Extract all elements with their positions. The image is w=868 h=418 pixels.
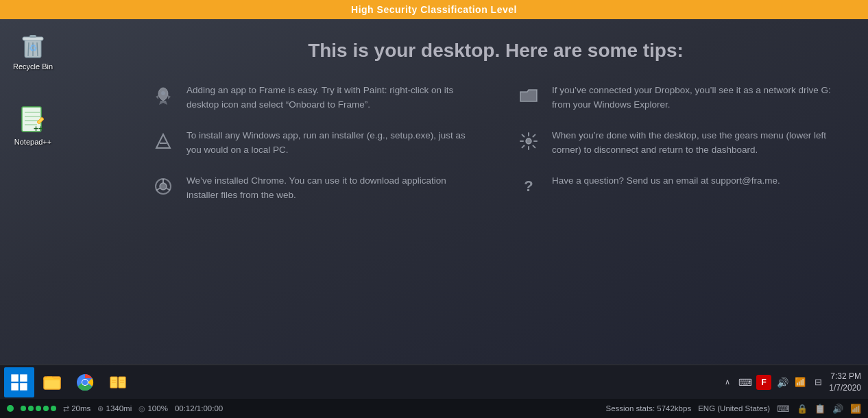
tip-item-6: ? Have a question? Send us an email at s… <box>516 174 841 203</box>
session-time: 00:12/1:00:00 <box>175 404 223 413</box>
tip-item-1: Adding an app to Frame is easy. Try it w… <box>151 84 475 112</box>
tray-network2[interactable]: ⊟ <box>811 376 825 389</box>
svg-line-22 <box>167 188 170 190</box>
tip-icon-adobe <box>151 129 176 153</box>
svg-rect-24 <box>11 374 18 382</box>
chrome-button[interactable] <box>70 367 100 397</box>
svg-line-21 <box>156 188 160 190</box>
tip-text-6: Have a question? Send us an email at sup… <box>552 174 780 188</box>
recycle-bin-icon[interactable]: ♻ Recycle Bin <box>5 26 60 74</box>
tip-item-2: If you’ve connected your Dropbox, you’ll… <box>516 84 841 112</box>
status-network-icon: 📶 <box>850 404 861 414</box>
status-lock-icon: 🔒 <box>797 404 808 414</box>
start-button[interactable] <box>4 367 34 397</box>
svg-point-19 <box>160 183 167 190</box>
taskbar: ∧ ⌨ F 🔊 📶 ⊟ 7:32 PM 1/7/2020 <box>0 365 868 399</box>
signal-dots <box>21 406 56 411</box>
tip-item-4: When you’re done with the desktop, use t… <box>516 129 841 158</box>
tray-network1[interactable]: 📶 <box>793 376 807 389</box>
tip-icon-folder <box>516 84 541 108</box>
tip-icon-chrome <box>151 174 176 199</box>
svg-rect-26 <box>11 383 18 391</box>
tip-icon-question: ? <box>516 174 541 199</box>
desktop: ♻ Recycle Bin ++ Notepad++ This is <box>0 19 868 365</box>
svg-text:?: ? <box>524 177 533 195</box>
clock-date: 1/7/2020 <box>829 382 861 394</box>
svg-text:++: ++ <box>34 124 43 134</box>
tips-title: This is your desktop. Here are some tips… <box>151 40 841 62</box>
status-keyboard-icon: ⌨ <box>777 404 790 414</box>
tip-icon-gear <box>516 129 541 153</box>
quality-stat: ◎ 100% <box>138 404 168 413</box>
notepad-plus-label: Notepad++ <box>14 137 51 147</box>
connection-indicator <box>7 405 14 412</box>
tip-item-3: To install any Windows app, run an insta… <box>151 129 475 158</box>
svg-point-17 <box>526 138 531 144</box>
tip-item-5: We’ve installed Chrome. You can use it t… <box>151 174 475 203</box>
status-bar: ⇄ 20ms ⊛ 1340mi ◎ 100% 00:12/1:00:00 Ses… <box>0 399 868 418</box>
tips-section: This is your desktop. Here are some tips… <box>151 40 841 358</box>
svg-marker-15 <box>156 134 170 148</box>
tip-text-1: Adding an app to Frame is easy. Try it w… <box>186 84 475 112</box>
session-stats: Session stats: 5742kbps <box>606 404 692 413</box>
security-banner-text: High Security Classification Level <box>351 4 517 15</box>
tray-volume[interactable]: 🔊 <box>775 376 789 389</box>
distance-stat: ⊛ 1340mi <box>97 404 132 413</box>
tips-grid: Adding an app to Frame is easy. Try it w… <box>151 84 841 203</box>
recycle-bin-image: ♻ <box>18 29 48 59</box>
tray-keyboard[interactable]: ⌨ <box>738 376 752 389</box>
svg-rect-2 <box>29 35 36 38</box>
language-setting: ENG (United States) <box>698 404 770 413</box>
system-clock[interactable]: 7:32 PM 1/7/2020 <box>829 371 861 394</box>
system-tray: ∧ ⌨ F 🔊 📶 ⊟ 7:32 PM 1/7/2020 <box>721 371 864 394</box>
tip-text-3: To install any Windows app, run an insta… <box>186 129 475 158</box>
tip-text-5: We’ve installed Chrome. You can use it t… <box>186 174 475 203</box>
tip-text-2: If you’ve connected your Dropbox, you’ll… <box>552 84 841 112</box>
recycle-bin-label: Recycle Bin <box>13 62 53 71</box>
tray-frame-icon[interactable]: F <box>756 375 771 390</box>
tip-icon-rocket <box>151 84 176 108</box>
tip-text-4: When you’re done with the desktop, use t… <box>552 129 841 158</box>
svg-rect-27 <box>20 383 27 391</box>
status-volume-icon: 🔊 <box>832 404 843 414</box>
svg-point-14 <box>161 91 165 95</box>
tray-chevron[interactable]: ∧ <box>721 376 734 389</box>
notepad-plus-image: ++ <box>18 104 48 134</box>
svg-text:♻: ♻ <box>29 42 38 53</box>
file-manager-button[interactable] <box>103 367 133 397</box>
latency-stat: ⇄ 20ms <box>63 404 91 413</box>
svg-point-31 <box>82 380 88 385</box>
notepad-plus-icon[interactable]: ++ Notepad++ <box>5 101 60 149</box>
file-explorer-button[interactable] <box>37 367 67 397</box>
status-clipboard-icon: 📋 <box>815 404 825 414</box>
clock-time: 7:32 PM <box>829 371 861 382</box>
svg-rect-25 <box>20 374 27 382</box>
security-banner: High Security Classification Level <box>0 0 868 19</box>
